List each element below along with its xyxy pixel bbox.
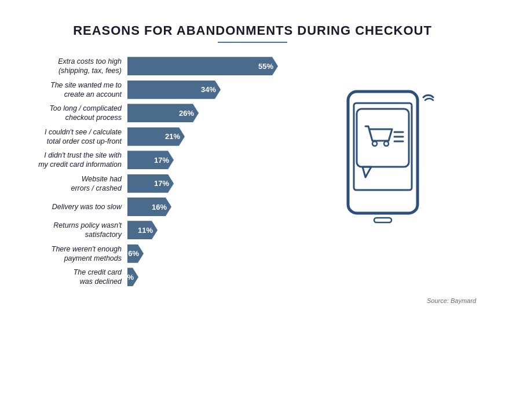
bar-fill: 55%	[127, 57, 278, 75]
bar-row: The site wanted me tocreate an account34…	[29, 81, 295, 100]
svg-point-5	[384, 141, 389, 146]
bar-fill: 17%	[127, 151, 174, 169]
bar-value: 21%	[165, 132, 180, 141]
svg-rect-9	[374, 218, 391, 222]
bar-row: There weren't enoughpayment methods6%	[29, 244, 295, 264]
bar-label: I didn't trust the site withmy credit ca…	[29, 151, 127, 170]
bar-value: 6%	[128, 249, 139, 258]
bar-track: 17%	[127, 151, 295, 169]
bar-fill: 6%	[127, 244, 144, 263]
svg-marker-3	[363, 167, 371, 177]
bar-value: 17%	[154, 156, 169, 165]
chart-container: REASONS FOR ABANDONMENTS DURING CHECKOUT…	[12, 12, 493, 322]
bar-track: 6%	[127, 244, 295, 263]
bar-row: I couldn't see / calculatetotal order co…	[29, 127, 295, 147]
bar-row: The credit cardwas declined4%	[29, 268, 295, 287]
bar-fill: 16%	[127, 198, 171, 216]
source-text: Source: Baymard	[29, 297, 476, 304]
svg-rect-1	[354, 103, 412, 190]
bar-fill: 11%	[127, 221, 158, 239]
bar-value: 11%	[138, 226, 153, 235]
svg-point-4	[372, 141, 377, 146]
bar-track: 55%	[127, 57, 295, 75]
bar-label: Delivery was too slow	[29, 202, 127, 211]
bar-label: I couldn't see / calculatetotal order co…	[29, 127, 127, 147]
bar-fill: 4%	[127, 268, 138, 286]
bar-fill: 21%	[127, 127, 185, 146]
bar-row: Website haderrors / crashed17%	[29, 174, 295, 193]
bar-value: 34%	[201, 85, 216, 94]
bar-track: 34%	[127, 81, 295, 99]
bar-row: Extra costs too high(shipping, tax, fees…	[29, 57, 295, 76]
bar-label: The site wanted me tocreate an account	[29, 81, 127, 100]
bar-label: Extra costs too high(shipping, tax, fees…	[29, 57, 127, 76]
bar-track: 4%	[127, 268, 295, 286]
bar-value: 26%	[179, 109, 194, 118]
bar-value: 17%	[154, 179, 169, 188]
bar-label: There weren't enoughpayment methods	[29, 244, 127, 264]
bar-fill: 34%	[127, 81, 221, 99]
bar-row: I didn't trust the site withmy credit ca…	[29, 151, 295, 170]
bar-label: Too long / complicatedcheckout process	[29, 104, 127, 123]
bar-row: Delivery was too slow16%	[29, 198, 295, 216]
chart-body: Extra costs too high(shipping, tax, fees…	[29, 57, 476, 291]
chart-title: REASONS FOR ABANDONMENTS DURING CHECKOUT	[29, 23, 476, 38]
phone-illustration	[331, 80, 447, 242]
bar-track: 17%	[127, 174, 295, 193]
bar-row: Returns policy wasn'tsatisfactory11%	[29, 221, 295, 240]
bar-value: 55%	[258, 62, 273, 71]
bar-track: 16%	[127, 198, 295, 216]
bar-fill: 26%	[127, 104, 199, 122]
bar-label: Returns policy wasn'tsatisfactory	[29, 221, 127, 240]
bar-row: Too long / complicatedcheckout process26…	[29, 104, 295, 123]
bar-value: 16%	[152, 203, 167, 211]
bar-label: The credit cardwas declined	[29, 268, 127, 287]
bars-section: Extra costs too high(shipping, tax, fees…	[29, 57, 295, 291]
illustration-section	[301, 57, 476, 242]
bar-track: 21%	[127, 127, 295, 146]
svg-rect-2	[357, 109, 409, 167]
bar-track: 11%	[127, 221, 295, 239]
bar-fill: 17%	[127, 174, 174, 193]
title-divider	[218, 42, 287, 43]
bar-label: Website haderrors / crashed	[29, 174, 127, 193]
bar-track: 26%	[127, 104, 295, 122]
